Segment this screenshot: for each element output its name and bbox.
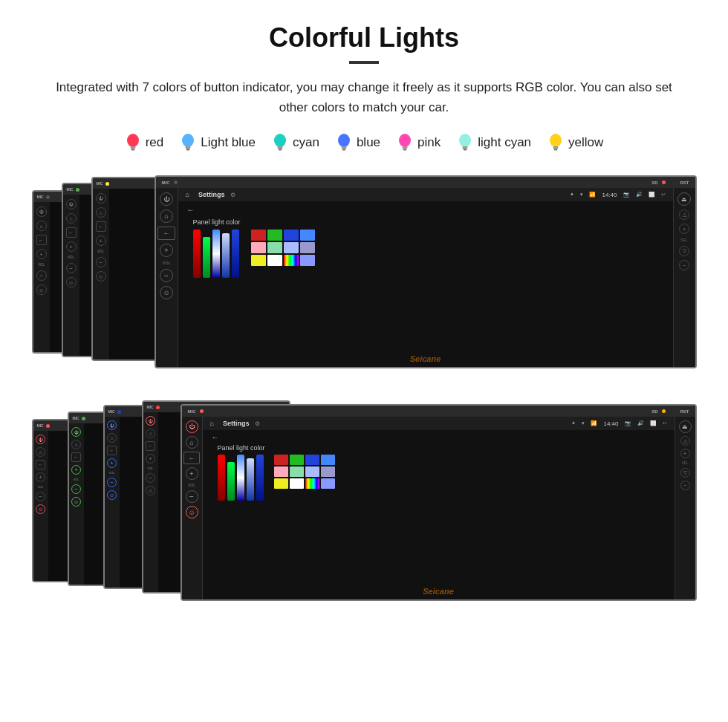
description-text: Integrated with 7 colors of button indic… (45, 77, 683, 117)
svg-rect-3 (131, 149, 134, 151)
svg-rect-10 (278, 149, 282, 150)
svg-rect-1 (130, 146, 135, 149)
time-display: 14:40 (602, 192, 617, 198)
svg-point-20 (459, 134, 471, 147)
svg-point-4 (182, 134, 194, 147)
svg-rect-23 (464, 149, 467, 151)
svg-rect-21 (463, 146, 468, 149)
color-item-lightcyan: light cyan (457, 132, 531, 153)
svg-point-0 (127, 134, 139, 147)
svg-rect-22 (463, 149, 467, 150)
page-title: Colorful Lights (30, 22, 698, 53)
color-item-blue: blue (336, 132, 380, 153)
panel-light-title: Panel light color (193, 218, 658, 226)
svg-rect-5 (186, 146, 191, 149)
svg-rect-26 (553, 149, 558, 150)
title-section: Colorful Lights Integrated with 7 colors… (30, 22, 698, 117)
svg-rect-11 (279, 149, 282, 151)
color-item-lightblue: Light blue (180, 132, 256, 153)
settings-label-bottom: Settings (223, 420, 250, 427)
watermark-bottom: Seicane (423, 587, 454, 596)
bulb-icon-lightblue (180, 132, 196, 153)
color-label-yellow: yellow (568, 135, 603, 150)
svg-rect-15 (342, 149, 345, 151)
settings-label: Settings (198, 191, 225, 198)
color-item-pink: pink (397, 132, 441, 153)
svg-rect-7 (186, 149, 189, 151)
svg-rect-14 (342, 149, 346, 150)
color-label-red: red (146, 135, 164, 150)
main-device-top: MIC SD RST ⏻ ⌂ ← + VOL − ☺ (155, 175, 697, 368)
color-label-pink: pink (417, 135, 441, 150)
top-screenshot-section: MIC ⏻ ⌂ ← + VOL − ☺ MIC (32, 175, 697, 372)
svg-rect-25 (553, 146, 559, 149)
panel-light-title-bottom: Panel light color (218, 444, 660, 452)
main-device-bottom: MIC SD RST ⏻ ⌂ ← + VOL − ☺ (181, 404, 697, 601)
colors-row: red Light blue cyan (30, 132, 698, 153)
time-bottom: 14:40 (603, 420, 618, 427)
bulb-icon-pink (397, 132, 413, 153)
bulb-icon-yellow (547, 132, 564, 153)
color-label-blue: blue (357, 135, 380, 150)
bulb-icon-lightcyan (457, 132, 473, 153)
svg-rect-27 (554, 149, 557, 151)
bulb-icon-blue (336, 132, 352, 153)
color-item-yellow: yellow (547, 132, 603, 153)
color-label-lightcyan: light cyan (478, 135, 531, 150)
color-label-cyan: cyan (293, 135, 319, 150)
page-wrapper: Colorful Lights Integrated with 7 colors… (0, 0, 728, 634)
bottom-screenshot-section: MIC ⏻ ⌂ ← + VOL − ☺ MIC (32, 400, 697, 605)
svg-rect-17 (403, 146, 408, 149)
svg-rect-9 (277, 146, 282, 149)
bulb-icon-cyan (272, 132, 288, 153)
title-divider (349, 61, 379, 64)
svg-rect-13 (341, 146, 346, 149)
color-label-lightblue: Light blue (201, 135, 256, 150)
color-item-red: red (125, 132, 164, 153)
svg-point-24 (550, 134, 562, 147)
svg-rect-2 (131, 149, 135, 150)
svg-rect-6 (186, 149, 190, 150)
bulb-icon-red (125, 132, 141, 153)
svg-point-8 (274, 134, 286, 147)
watermark-top: Seicane (410, 354, 441, 363)
color-item-cyan: cyan (272, 132, 319, 153)
svg-point-16 (399, 134, 411, 147)
section-gap (30, 386, 698, 400)
svg-point-12 (338, 134, 350, 147)
svg-rect-18 (403, 149, 407, 150)
svg-rect-19 (403, 149, 406, 151)
